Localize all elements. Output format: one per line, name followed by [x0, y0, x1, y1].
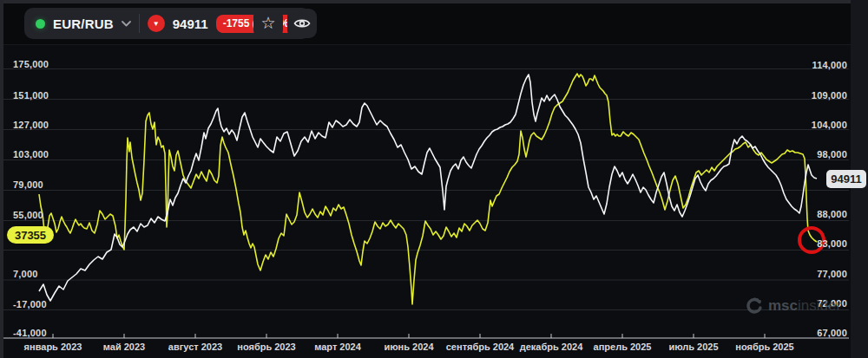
x-axis-tick-label: май 2023 — [103, 342, 145, 352]
x-axis-tick-label: март 2024 — [314, 342, 361, 352]
yellow-price-badge: 37355 — [7, 226, 54, 244]
gridlines — [3, 69, 849, 310]
right-axis-tick-label: 83,000 — [817, 238, 847, 249]
mscinsider-logo-icon — [745, 296, 764, 316]
watermark-bold-text: msc — [768, 297, 798, 315]
x-axis-tick-label: июль 2025 — [668, 342, 718, 352]
x-axis-tick-label: ноябрь 2023 — [237, 342, 295, 352]
x-axis-tick-label: апрель 2025 — [594, 342, 652, 352]
x-axis-tick-label: январь 2023 — [24, 342, 82, 352]
x-axis-tick-label: август 2023 — [168, 342, 222, 352]
right-axis-tick-label: 67,000 — [817, 328, 847, 338]
white-series-line — [39, 75, 817, 301]
left-axis-tick-label: 7,000 — [13, 269, 38, 279]
watermark-light-text: insider — [798, 297, 841, 315]
right-axis-tick-label: 88,000 — [817, 209, 847, 219]
left-axis-tick-label: 103,000 — [13, 149, 49, 159]
left-axis-tick-label: 151,000 — [13, 90, 49, 101]
left-axis-tick-label: 175,000 — [13, 59, 49, 69]
x-axis-tick-label: декабрь 2024 — [520, 342, 583, 352]
white-price-badge: 94911 — [826, 170, 866, 188]
right-axis-tick-label: 109,000 — [812, 90, 847, 101]
left-axis-tick-label: 55,000 — [13, 210, 43, 220]
yellow-series-line — [39, 74, 817, 304]
left-axis-tick-label: -41,000 — [13, 328, 47, 338]
right-axis-tick-label: 98,000 — [817, 149, 847, 159]
watermark: msc insider — [745, 296, 841, 316]
trading-chart-widget: EUR/RUB ▼ 94911 -1755 (-1.82%) ☆ 17 — [0, 0, 868, 358]
left-axis-tick-label: 127,000 — [13, 120, 49, 130]
right-axis-tick-label: 114,000 — [812, 60, 847, 70]
right-axis-tick-label: 104,000 — [812, 120, 847, 130]
x-axis-tick-label: ноябрь 2025 — [735, 342, 793, 352]
x-axis-tick-label: сентябрь 2024 — [446, 342, 515, 352]
left-axis-tick-label: 79,000 — [13, 179, 43, 190]
right-axis-tick-label: 77,000 — [817, 269, 847, 279]
x-axis-line — [3, 334, 849, 338]
price-chart-canvas[interactable] — [0, 0, 868, 358]
left-axis-tick-label: -17,000 — [13, 299, 47, 309]
x-axis-tick-label: июнь 2024 — [384, 342, 433, 352]
